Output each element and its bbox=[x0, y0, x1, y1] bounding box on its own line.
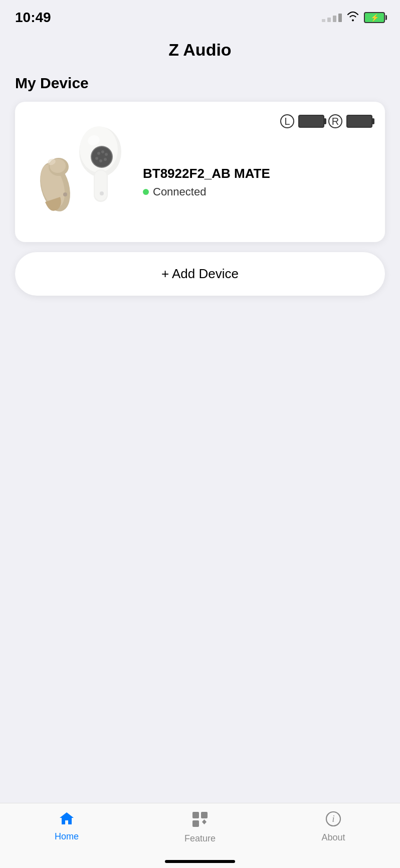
device-status: Connected bbox=[143, 185, 270, 198]
add-device-button[interactable]: + Add Device bbox=[15, 252, 385, 296]
tab-feature-label: Feature bbox=[184, 833, 216, 844]
svg-rect-21 bbox=[201, 812, 208, 818]
svg-point-14 bbox=[105, 153, 108, 156]
battery-right-bar bbox=[346, 115, 372, 128]
tab-bar: Home Feature i About bbox=[0, 803, 400, 868]
device-card[interactable]: L R bbox=[15, 102, 385, 242]
about-icon: i bbox=[325, 811, 341, 829]
status-bar: 10:49 ⚡ bbox=[0, 0, 400, 30]
svg-point-17 bbox=[95, 157, 98, 160]
main-content: My Device L R bbox=[0, 75, 400, 296]
section-title: My Device bbox=[15, 75, 385, 92]
svg-point-18 bbox=[100, 191, 104, 195]
device-info: BT8922F2_AB MATE Connected bbox=[143, 136, 270, 198]
status-icons: ⚡ bbox=[322, 11, 385, 25]
tab-about-label: About bbox=[321, 832, 345, 843]
device-name: BT8922F2_AB MATE bbox=[143, 166, 270, 181]
svg-point-16 bbox=[99, 159, 102, 162]
battery-right-label: R bbox=[328, 114, 342, 128]
battery-charging-icon: ⚡ bbox=[370, 14, 379, 22]
app-title: Z Audio bbox=[0, 30, 400, 75]
svg-point-15 bbox=[104, 158, 107, 161]
svg-point-11 bbox=[92, 147, 112, 167]
feature-icon bbox=[191, 811, 209, 830]
svg-rect-20 bbox=[192, 812, 199, 818]
home-icon bbox=[59, 811, 75, 828]
earbuds-image bbox=[23, 117, 133, 217]
connection-status-text: Connected bbox=[153, 185, 206, 198]
svg-point-5 bbox=[63, 192, 67, 196]
status-time: 10:49 bbox=[15, 10, 51, 26]
svg-rect-9 bbox=[95, 170, 107, 200]
svg-point-12 bbox=[97, 152, 100, 155]
svg-marker-23 bbox=[202, 819, 207, 824]
svg-text:i: i bbox=[332, 814, 334, 824]
wifi-icon bbox=[346, 11, 360, 25]
home-indicator bbox=[165, 860, 235, 863]
svg-point-13 bbox=[101, 150, 104, 153]
battery-icon: ⚡ bbox=[364, 12, 385, 23]
battery-left-label: L bbox=[280, 114, 294, 128]
tab-home[interactable]: Home bbox=[0, 811, 133, 842]
connection-status-dot bbox=[143, 189, 149, 195]
battery-left-bar bbox=[298, 115, 324, 128]
tab-about[interactable]: i About bbox=[267, 811, 400, 843]
device-image-area: BT8922F2_AB MATE Connected bbox=[28, 114, 372, 214]
tab-feature[interactable]: Feature bbox=[133, 811, 267, 844]
tab-home-label: Home bbox=[55, 831, 79, 842]
battery-indicators: L R bbox=[280, 114, 372, 128]
signal-icon bbox=[322, 14, 342, 22]
svg-rect-22 bbox=[192, 820, 199, 827]
